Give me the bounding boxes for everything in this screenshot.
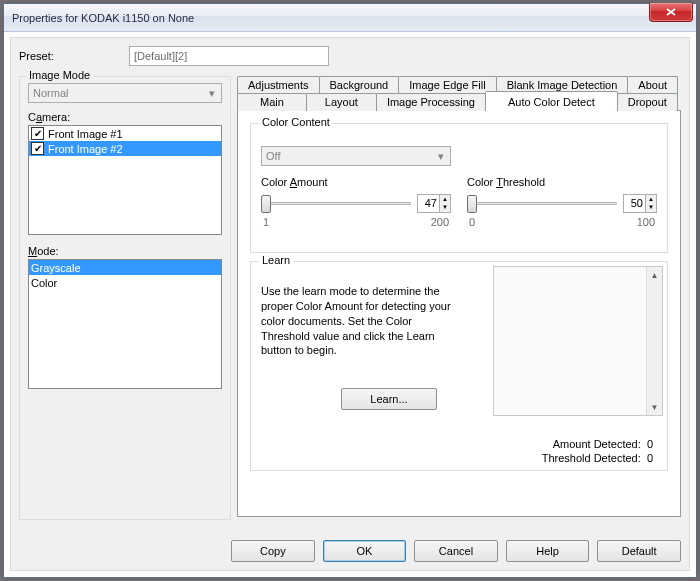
color-content-value: Off [266, 150, 280, 162]
checkbox-icon[interactable]: ✔ [31, 127, 44, 140]
spin-down-icon[interactable]: ▼ [646, 203, 656, 212]
preset-value: [Default][2] [134, 50, 187, 62]
color-amount-slider[interactable] [261, 192, 411, 214]
color-content-combo[interactable]: Off ▾ [261, 146, 451, 166]
cancel-button[interactable]: Cancel [414, 540, 498, 562]
help-button[interactable]: Help [506, 540, 590, 562]
color-threshold-max: 100 [637, 216, 655, 228]
color-amount-spin[interactable]: ▲▼ [417, 194, 451, 213]
amount-detected-label: Amount Detected: [553, 438, 641, 450]
copy-button[interactable]: Copy [231, 540, 315, 562]
camera-item[interactable]: ✔ Front Image #2 [29, 141, 221, 156]
tab-background[interactable]: Background [319, 76, 400, 94]
mode-item[interactable]: Color [29, 275, 221, 290]
scrollbar[interactable]: ▲ ▼ [646, 267, 662, 415]
tab-layout[interactable]: Layout [306, 93, 377, 111]
color-amount-max: 200 [431, 216, 449, 228]
titlebar: Properties for KODAK i1150 on None [4, 4, 696, 32]
image-mode-value: Normal [33, 87, 68, 99]
camera-item-label: Front Image #1 [48, 128, 123, 140]
camera-listbox[interactable]: ✔ Front Image #1 ✔ Front Image #2 [28, 125, 222, 235]
color-threshold-value[interactable] [623, 194, 645, 213]
preset-combo[interactable]: [Default][2] [129, 46, 329, 66]
client-area: Preset: [Default][2] Image Mode Normal ▾… [10, 37, 690, 571]
learn-preview: ▲ ▼ [493, 266, 663, 416]
color-amount-label: Color Amount [261, 176, 451, 188]
ok-button[interactable]: OK [323, 540, 407, 562]
tab-image-processing[interactable]: Image Processing [376, 93, 486, 111]
mode-listbox[interactable]: Grayscale Color [28, 259, 222, 389]
camera-label: Camera: [28, 111, 222, 123]
color-content-legend: Color Content [259, 116, 333, 128]
image-mode-combo[interactable]: Normal ▾ [28, 83, 222, 103]
learn-description: Use the learn mode to determine the prop… [261, 284, 451, 358]
scroll-up-icon[interactable]: ▲ [647, 267, 662, 283]
image-mode-legend: Image Mode [26, 69, 93, 81]
threshold-detected-label: Threshold Detected: [542, 452, 641, 464]
spin-up-icon[interactable]: ▲ [440, 195, 450, 204]
camera-item-label: Front Image #2 [48, 143, 123, 155]
tab-main[interactable]: Main [237, 93, 307, 111]
mode-item-label: Color [31, 277, 57, 289]
slider-thumb-icon[interactable] [467, 195, 477, 213]
tab-adjustments[interactable]: Adjustments [237, 76, 320, 94]
tab-image-edge-fill[interactable]: Image Edge Fill [398, 76, 496, 94]
learn-button[interactable]: Learn... [341, 388, 437, 410]
color-threshold-spin[interactable]: ▲▼ [623, 194, 657, 213]
tab-panel: Color Content Off ▾ Color Amount [237, 110, 681, 517]
checkbox-icon[interactable]: ✔ [31, 142, 44, 155]
properties-window: Properties for KODAK i1150 on None Prese… [3, 3, 697, 578]
chevron-down-icon: ▾ [204, 86, 219, 100]
threshold-detected-value: 0 [647, 452, 653, 464]
close-button[interactable] [649, 3, 693, 22]
tab-auto-color-detect[interactable]: Auto Color Detect [485, 91, 618, 111]
scroll-down-icon[interactable]: ▼ [647, 399, 662, 415]
learn-legend: Learn [259, 254, 293, 266]
chevron-down-icon: ▾ [433, 149, 448, 163]
tab-dropout[interactable]: Dropout [617, 93, 678, 111]
amount-detected-value: 0 [647, 438, 653, 450]
color-amount-min: 1 [263, 216, 269, 228]
color-threshold-label: Color Threshold [467, 176, 657, 188]
dialog-buttons: Copy OK Cancel Help Default [231, 540, 681, 562]
color-threshold-slider[interactable] [467, 192, 617, 214]
mode-item-label: Grayscale [31, 262, 81, 274]
color-content-group: Color Content Off ▾ Color Amount [250, 123, 668, 253]
spin-up-icon[interactable]: ▲ [646, 195, 656, 204]
tabs: Adjustments Background Image Edge Fill B… [237, 76, 681, 517]
learn-group: Learn Use the learn mode to determine th… [250, 261, 668, 471]
mode-item[interactable]: Grayscale [29, 260, 221, 275]
detected-values: Amount Detected: 0 Threshold Detected: 0 [542, 436, 653, 464]
preset-label: Preset: [19, 50, 119, 62]
image-mode-group: Image Mode Normal ▾ Camera: ✔ Front Imag… [19, 76, 231, 520]
preset-row: Preset: [Default][2] [19, 46, 681, 66]
mode-label: Mode: [28, 245, 222, 257]
camera-item[interactable]: ✔ Front Image #1 [29, 126, 221, 141]
default-button[interactable]: Default [597, 540, 681, 562]
color-threshold-min: 0 [469, 216, 475, 228]
spin-down-icon[interactable]: ▼ [440, 203, 450, 212]
close-icon [666, 8, 676, 16]
color-amount-value[interactable] [417, 194, 439, 213]
window-title: Properties for KODAK i1150 on None [12, 12, 194, 24]
slider-thumb-icon[interactable] [261, 195, 271, 213]
tab-about[interactable]: About [627, 76, 678, 94]
